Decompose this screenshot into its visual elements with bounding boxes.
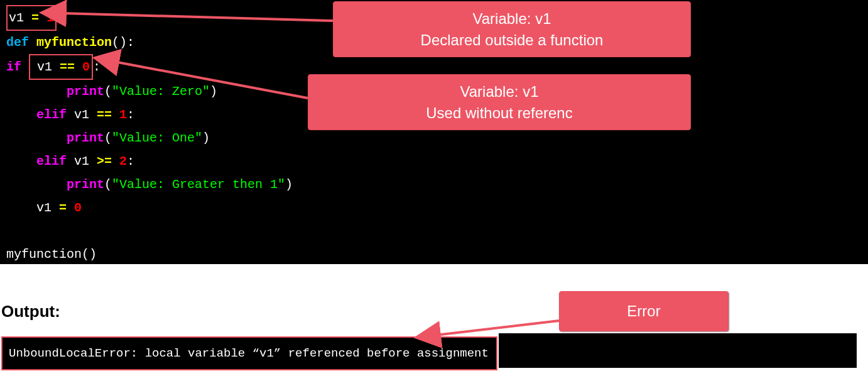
code-line-blank: [6, 219, 862, 243]
output-label: Output:: [1, 302, 868, 321]
output-block: UnboundLocalError: local variable “v1” r…: [1, 336, 497, 370]
code-line-10: myfunction(): [6, 243, 862, 266]
code-line-8: print("Value: Greater then 1"): [6, 173, 862, 196]
callout-used: Variable: v1 Used without referenc: [308, 74, 691, 130]
callout-declared: Variable: v1 Declared outside a function: [333, 1, 691, 57]
bottom-black-bar: [499, 333, 857, 368]
code-line-7: elif v1 >= 2:: [6, 150, 862, 173]
code-line-9: v1 = 0: [6, 196, 862, 219]
callout-error: Error: [559, 291, 729, 331]
